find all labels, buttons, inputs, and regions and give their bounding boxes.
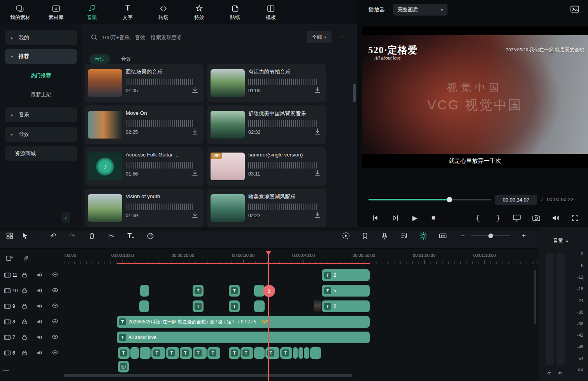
- sidebar-collapse-button[interactable]: ‹: [61, 212, 70, 223]
- next-frame-button[interactable]: [390, 212, 401, 224]
- zoom-slider-handle[interactable]: [488, 234, 493, 238]
- clip-thumbnail[interactable]: [314, 300, 321, 312]
- volume-button[interactable]: [550, 212, 562, 224]
- timeline-ruler[interactable]: :00:00 00:00:10:00 00:00:20:00 00:00:30:…: [64, 252, 539, 264]
- video-preview[interactable]: 520·定格爱 All about love 2023/05/20 我们在一起 …: [362, 26, 588, 168]
- mark-out-button[interactable]: }: [492, 212, 504, 224]
- text-clip[interactable]: T: [265, 347, 279, 359]
- undo-button[interactable]: ↶: [48, 231, 58, 241]
- lock-icon[interactable]: [22, 272, 27, 278]
- mute-icon[interactable]: [37, 272, 43, 278]
- sidebar-item-newest[interactable]: 最新上架: [0, 91, 82, 98]
- delete-button[interactable]: [87, 231, 97, 241]
- text-clip[interactable]: T: [180, 347, 192, 359]
- clip[interactable]: [139, 300, 149, 312]
- tab-transitions[interactable]: 转场: [153, 3, 174, 21]
- sidebar-item-store[interactable]: 资源商城: [5, 146, 77, 161]
- music-card[interactable]: Vision of youth 01:59: [85, 189, 204, 227]
- text-clip[interactable]: T: [193, 347, 207, 359]
- text-clip[interactable]: T: [118, 347, 130, 359]
- stop-button[interactable]: ■: [428, 212, 439, 224]
- add-text-button[interactable]: T+: [126, 231, 136, 241]
- filter-dropdown[interactable]: 全部 ▾: [307, 31, 332, 43]
- text-clip[interactable]: T: [240, 347, 253, 359]
- tab-audio[interactable]: 音频: [82, 3, 102, 21]
- mute-icon[interactable]: [37, 350, 43, 356]
- tab-text[interactable]: T 文字: [118, 3, 138, 21]
- music-card[interactable]: 舒缓优美中国风背景音乐 02:32: [207, 105, 326, 144]
- link-clips-button[interactable]: [21, 254, 30, 262]
- subtitle-list-button[interactable]: [399, 231, 409, 241]
- preview-mode-icon[interactable]: [570, 5, 579, 13]
- sidebar-item-my[interactable]: ▸ 我的: [5, 30, 77, 45]
- fullscreen-button[interactable]: [569, 212, 581, 224]
- text-clip[interactable]: T: [280, 347, 292, 359]
- tab-stock-media[interactable]: 素材库: [46, 3, 66, 21]
- download-button[interactable]: [191, 127, 200, 137]
- play-button[interactable]: ▶: [409, 212, 421, 224]
- previous-frame-button[interactable]: [369, 212, 381, 224]
- sidebar-item-recommend[interactable]: ▾ 推荐: [5, 49, 77, 64]
- image-clip[interactable]: [118, 361, 129, 372]
- music-card[interactable]: 有活力的节拍音乐 01:00: [207, 64, 326, 102]
- text-clip[interactable]: T 2023/05/20 我们在一起 就是爱的全貌 / 爱 / 格 / 定 / …: [117, 316, 370, 328]
- playback-progress-bar[interactable]: [369, 199, 491, 200]
- volume-header[interactable]: 音量 ▲: [539, 237, 582, 244]
- tab-my-media[interactable]: 我的素材: [10, 3, 30, 21]
- audio-adjust-button[interactable]: [145, 231, 155, 241]
- sidebar-item-hot-recommend[interactable]: 热门推荐: [0, 72, 82, 79]
- mark-button[interactable]: [360, 231, 370, 241]
- add-track-button[interactable]: [5, 254, 13, 262]
- mute-icon[interactable]: [37, 303, 43, 309]
- text-clip[interactable]: T5: [322, 285, 370, 297]
- text-clip[interactable]: T All about love: [117, 332, 370, 343]
- clip[interactable]: [130, 347, 139, 359]
- text-clip[interactable]: T: [193, 300, 204, 312]
- tab-stickers[interactable]: 贴纸: [225, 3, 245, 21]
- download-button[interactable]: [313, 127, 323, 137]
- lock-icon[interactable]: [22, 334, 27, 340]
- download-button[interactable]: [191, 86, 200, 95]
- visibility-icon[interactable]: [52, 334, 58, 339]
- text-clip[interactable]: T: [151, 347, 165, 359]
- visibility-icon[interactable]: [52, 272, 58, 277]
- zoom-in-button[interactable]: +: [519, 231, 529, 241]
- visibility-icon[interactable]: [52, 319, 58, 324]
- render-preview-button[interactable]: [341, 231, 351, 241]
- mute-icon[interactable]: [37, 319, 43, 325]
- clip[interactable]: [304, 347, 309, 359]
- mute-icon[interactable]: [37, 288, 43, 293]
- redo-button[interactable]: ↷: [67, 231, 77, 241]
- clip[interactable]: [140, 347, 151, 359]
- lock-icon[interactable]: [22, 288, 27, 293]
- media-panel-toggle-button[interactable]: [5, 231, 15, 241]
- tab-templates[interactable]: 模板: [261, 3, 281, 21]
- zoom-out-button[interactable]: −: [458, 231, 468, 241]
- text-clip[interactable]: T: [229, 347, 240, 359]
- collapsed-track-indicator[interactable]: [3, 370, 9, 371]
- music-card[interactable]: VIP summer(single version) 03:11: [207, 147, 326, 186]
- search-input[interactable]: [102, 35, 265, 40]
- visibility-icon[interactable]: [52, 303, 58, 308]
- timeline-horizontal-scrollbar[interactable]: [64, 374, 352, 377]
- split-playhead-button[interactable]: ✂: [263, 285, 275, 297]
- text-clip[interactable]: T0: [322, 300, 370, 312]
- download-button[interactable]: [191, 169, 200, 178]
- download-button[interactable]: [313, 169, 323, 178]
- music-card[interactable]: 唯美意境国潮风配乐 02:22: [207, 189, 326, 227]
- tab-music[interactable]: 音乐: [90, 54, 110, 65]
- music-card[interactable]: Move On 02:25: [85, 105, 204, 144]
- more-button[interactable]: ···: [337, 30, 351, 44]
- mute-icon[interactable]: [37, 334, 43, 340]
- clip[interactable]: [293, 347, 298, 359]
- clip[interactable]: [298, 347, 303, 359]
- mark-in-button[interactable]: {: [472, 212, 484, 224]
- timeline-zoom-slider[interactable]: [471, 235, 510, 236]
- sidebar-item-music[interactable]: ▸ 音乐: [5, 107, 77, 122]
- text-clip[interactable]: T: [193, 285, 204, 297]
- text-clip[interactable]: T: [207, 347, 220, 359]
- clip[interactable]: [254, 347, 265, 359]
- progress-handle[interactable]: [447, 197, 452, 202]
- sidebar-item-sfx[interactable]: ▸ 音效: [5, 127, 77, 142]
- tab-effects[interactable]: 特效: [189, 3, 209, 21]
